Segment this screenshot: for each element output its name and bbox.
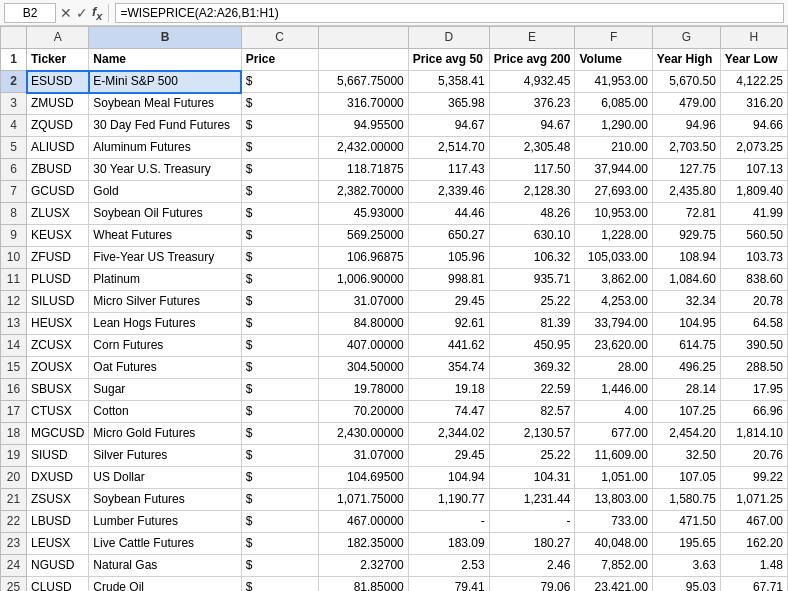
cell-price-avg-200[interactable]: 25.22 bbox=[489, 445, 575, 467]
cell-volume[interactable]: 28.00 bbox=[575, 357, 652, 379]
cell-year-low[interactable]: 1,814.10 bbox=[720, 423, 787, 445]
col-header-b[interactable]: B bbox=[89, 27, 241, 49]
cell-reference-box[interactable]: B2 bbox=[4, 3, 56, 23]
cell-price-avg-50[interactable]: 117.43 bbox=[408, 159, 489, 181]
cell-price[interactable]: 31.07000 bbox=[318, 445, 408, 467]
cell-price-avg-200[interactable]: 2,305.48 bbox=[489, 137, 575, 159]
cell-year-low[interactable]: 64.58 bbox=[720, 313, 787, 335]
cell-volume[interactable]: 41,953.00 bbox=[575, 71, 652, 93]
cell-year-low[interactable]: 103.73 bbox=[720, 247, 787, 269]
cell-price-avg-50[interactable]: 19.18 bbox=[408, 379, 489, 401]
cell-year-high[interactable]: 195.65 bbox=[652, 533, 720, 555]
cell-price-avg-200[interactable]: - bbox=[489, 511, 575, 533]
cell-price-avg-50[interactable]: 79.41 bbox=[408, 577, 489, 592]
cell-volume[interactable]: 1,446.00 bbox=[575, 379, 652, 401]
cell-year-high[interactable]: 104.95 bbox=[652, 313, 720, 335]
cell-price-avg-200[interactable]: 2,128.30 bbox=[489, 181, 575, 203]
cell-volume[interactable]: 677.00 bbox=[575, 423, 652, 445]
cell-price-avg-200[interactable]: 450.95 bbox=[489, 335, 575, 357]
cell-dollar-sign[interactable]: $ bbox=[241, 71, 318, 93]
cell-ticker[interactable]: ZQUSD bbox=[27, 115, 89, 137]
cell-ticker[interactable]: ZFUSD bbox=[27, 247, 89, 269]
cell-dollar-sign[interactable]: $ bbox=[241, 93, 318, 115]
col-header-h[interactable]: H bbox=[720, 27, 787, 49]
cell-price-avg-50[interactable]: 104.94 bbox=[408, 467, 489, 489]
cell-year-high[interactable]: 479.00 bbox=[652, 93, 720, 115]
cell-year-low[interactable]: 2,073.25 bbox=[720, 137, 787, 159]
cell-price[interactable]: 45.93000 bbox=[318, 203, 408, 225]
cell-year-high[interactable]: 2,435.80 bbox=[652, 181, 720, 203]
cell-volume[interactable]: 11,609.00 bbox=[575, 445, 652, 467]
cell-price-avg-50[interactable]: 94.67 bbox=[408, 115, 489, 137]
cell-name[interactable]: Lean Hogs Futures bbox=[89, 313, 241, 335]
cell-year-high[interactable]: 471.50 bbox=[652, 511, 720, 533]
cell-volume[interactable]: 3,862.00 bbox=[575, 269, 652, 291]
cell-price-avg-50[interactable]: 998.81 bbox=[408, 269, 489, 291]
cell-price-avg-200[interactable]: 25.22 bbox=[489, 291, 575, 313]
col-header-f[interactable]: F bbox=[575, 27, 652, 49]
cell-dollar-sign[interactable]: $ bbox=[241, 291, 318, 313]
cell-price[interactable]: 2,382.70000 bbox=[318, 181, 408, 203]
cell-name[interactable]: Silver Futures bbox=[89, 445, 241, 467]
cell-price-avg-200[interactable]: 106.32 bbox=[489, 247, 575, 269]
cell-ticker[interactable]: DXUSD bbox=[27, 467, 89, 489]
cell-volume[interactable]: 40,048.00 bbox=[575, 533, 652, 555]
cell-ticker[interactable]: ALIUSD bbox=[27, 137, 89, 159]
cell-price-avg-50[interactable]: 650.27 bbox=[408, 225, 489, 247]
cell-name[interactable]: Aluminum Futures bbox=[89, 137, 241, 159]
header-volume[interactable]: Volume bbox=[575, 49, 652, 71]
header-price-avg-50[interactable]: Price avg 50 bbox=[408, 49, 489, 71]
cell-price-avg-200[interactable]: 117.50 bbox=[489, 159, 575, 181]
cell-price-avg-50[interactable]: 2.53 bbox=[408, 555, 489, 577]
cell-name[interactable]: Five-Year US Treasury bbox=[89, 247, 241, 269]
cell-year-high[interactable]: 94.96 bbox=[652, 115, 720, 137]
cell-year-high[interactable]: 32.34 bbox=[652, 291, 720, 313]
cell-price-avg-200[interactable]: 48.26 bbox=[489, 203, 575, 225]
cell-year-low[interactable]: 4,122.25 bbox=[720, 71, 787, 93]
cell-name[interactable]: 30 Day Fed Fund Futures bbox=[89, 115, 241, 137]
cell-price-avg-50[interactable]: 92.61 bbox=[408, 313, 489, 335]
cell-volume[interactable]: 210.00 bbox=[575, 137, 652, 159]
cell-volume[interactable]: 13,803.00 bbox=[575, 489, 652, 511]
cell-dollar-sign[interactable]: $ bbox=[241, 555, 318, 577]
cell-dollar-sign[interactable]: $ bbox=[241, 181, 318, 203]
cell-volume[interactable]: 105,033.00 bbox=[575, 247, 652, 269]
cell-ticker[interactable]: ZCUSX bbox=[27, 335, 89, 357]
cell-dollar-sign[interactable]: $ bbox=[241, 533, 318, 555]
cell-price-avg-200[interactable]: 1,231.44 bbox=[489, 489, 575, 511]
cell-price-avg-200[interactable]: 79.06 bbox=[489, 577, 575, 592]
cell-price-avg-200[interactable]: 935.71 bbox=[489, 269, 575, 291]
header-price[interactable]: Price bbox=[241, 49, 318, 71]
cell-year-high[interactable]: 5,670.50 bbox=[652, 71, 720, 93]
cell-year-low[interactable]: 1.48 bbox=[720, 555, 787, 577]
cell-price-avg-200[interactable]: 180.27 bbox=[489, 533, 575, 555]
cell-name[interactable]: Crude Oil bbox=[89, 577, 241, 592]
header-price-avg-200[interactable]: Price avg 200 bbox=[489, 49, 575, 71]
cell-dollar-sign[interactable]: $ bbox=[241, 577, 318, 592]
col-header-d[interactable]: D bbox=[408, 27, 489, 49]
cell-price-avg-200[interactable]: 369.32 bbox=[489, 357, 575, 379]
cell-ticker[interactable]: MGCUSD bbox=[27, 423, 89, 445]
cell-year-low[interactable]: 390.50 bbox=[720, 335, 787, 357]
cell-price[interactable]: 407.00000 bbox=[318, 335, 408, 357]
cell-year-low[interactable]: 1,809.40 bbox=[720, 181, 787, 203]
cell-year-low[interactable]: 316.20 bbox=[720, 93, 787, 115]
cell-ticker[interactable]: ZMUSD bbox=[27, 93, 89, 115]
cell-price[interactable]: 118.71875 bbox=[318, 159, 408, 181]
cell-dollar-sign[interactable]: $ bbox=[241, 511, 318, 533]
cell-price[interactable]: 104.69500 bbox=[318, 467, 408, 489]
cell-volume[interactable]: 23,421.00 bbox=[575, 577, 652, 592]
cell-ticker[interactable]: NGUSD bbox=[27, 555, 89, 577]
cell-price[interactable]: 569.25000 bbox=[318, 225, 408, 247]
cell-name[interactable]: 30 Year U.S. Treasury bbox=[89, 159, 241, 181]
cell-name[interactable]: Live Cattle Futures bbox=[89, 533, 241, 555]
cell-year-high[interactable]: 929.75 bbox=[652, 225, 720, 247]
cell-dollar-sign[interactable]: $ bbox=[241, 137, 318, 159]
cell-price-avg-50[interactable]: 29.45 bbox=[408, 291, 489, 313]
cell-price-avg-50[interactable]: 2,514.70 bbox=[408, 137, 489, 159]
cell-dollar-sign[interactable]: $ bbox=[241, 445, 318, 467]
fx-icon[interactable]: fx bbox=[92, 4, 102, 22]
cell-year-high[interactable]: 1,084.60 bbox=[652, 269, 720, 291]
cell-year-low[interactable]: 99.22 bbox=[720, 467, 787, 489]
cell-price[interactable]: 70.20000 bbox=[318, 401, 408, 423]
